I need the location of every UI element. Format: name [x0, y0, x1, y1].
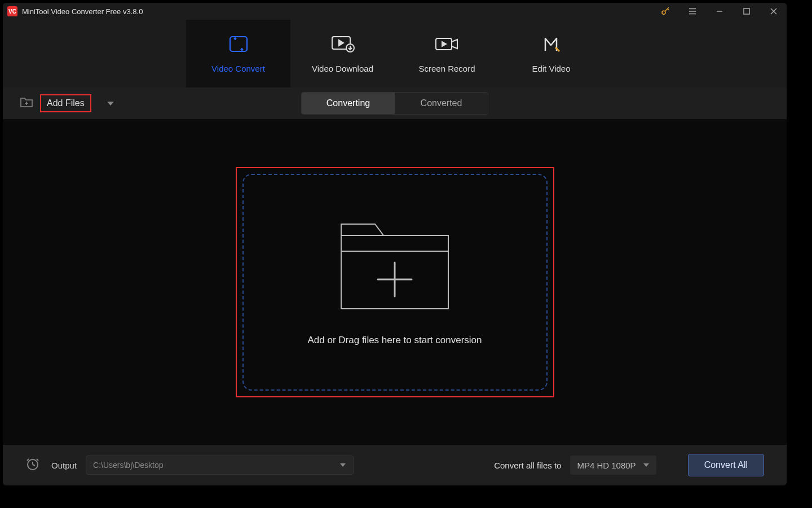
app-logo-icon: VC	[7, 6, 17, 16]
output-format-value: MP4 HD 1080P	[577, 461, 636, 470]
dropzone-hint: Add or Drag files here to start conversi…	[308, 335, 482, 346]
record-icon	[435, 34, 460, 54]
svg-marker-16	[107, 102, 114, 106]
edit-icon	[542, 34, 561, 54]
maximize-button[interactable]	[738, 3, 755, 20]
tab-video-download-label: Video Download	[312, 64, 373, 73]
folder-add-large-icon	[336, 218, 454, 314]
subtab-converting[interactable]: Converting	[302, 93, 395, 114]
download-icon	[331, 34, 355, 54]
close-button[interactable]	[765, 3, 782, 20]
output-path-select[interactable]: C:\Users\bj\Desktop	[86, 456, 354, 475]
hamburger-menu-icon[interactable]	[684, 3, 701, 20]
status-tabs: Converting Converted	[301, 92, 488, 115]
output-path-value: C:\Users\bj\Desktop	[93, 461, 163, 470]
footer-bar: Output C:\Users\bj\Desktop Convert all f…	[3, 445, 787, 485]
window-title: MiniTool Video Converter Free v3.8.0	[22, 7, 143, 16]
tab-edit-video-label: Edit Video	[532, 64, 570, 73]
convert-all-button[interactable]: Convert All	[688, 454, 764, 476]
dropzone[interactable]: Add or Drag files here to start conversi…	[242, 174, 548, 391]
app-window: VC MiniTool Video Converter Free v3.8.0	[3, 3, 787, 485]
main-area: Add or Drag files here to start conversi…	[3, 119, 787, 445]
tab-video-convert[interactable]: Video Convert	[186, 20, 290, 87]
key-icon[interactable]	[657, 3, 674, 20]
window-controls	[657, 3, 782, 20]
clock-icon[interactable]	[25, 457, 40, 474]
main-nav: Video Convert Video Download Screen Reco…	[3, 20, 787, 87]
svg-marker-10	[339, 40, 343, 46]
tab-screen-record-label: Screen Record	[418, 64, 475, 73]
convert-all-label: Convert all files to	[494, 461, 561, 470]
svg-rect-8	[230, 37, 247, 51]
output-format-select[interactable]: MP4 HD 1080P	[570, 456, 656, 475]
output-label: Output	[51, 461, 77, 470]
svg-marker-22	[340, 463, 346, 467]
folder-plus-icon[interactable]	[20, 97, 33, 110]
toolbar: Add Files Converting Converted	[3, 87, 787, 119]
tab-video-convert-label: Video Convert	[211, 64, 265, 73]
titlebar: VC MiniTool Video Converter Free v3.8.0	[3, 3, 787, 20]
chevron-down-icon	[643, 463, 650, 467]
chevron-down-icon	[339, 463, 346, 467]
svg-point-0	[662, 11, 665, 14]
convert-icon	[228, 34, 249, 54]
svg-rect-5	[744, 8, 749, 14]
svg-marker-23	[643, 463, 649, 467]
svg-marker-13	[442, 42, 446, 46]
tab-video-download[interactable]: Video Download	[290, 20, 395, 87]
tab-edit-video[interactable]: Edit Video	[499, 20, 603, 87]
add-files-dropdown[interactable]	[106, 98, 115, 108]
subtab-converted[interactable]: Converted	[395, 93, 488, 114]
add-files-button[interactable]: Add Files	[40, 94, 91, 112]
minimize-button[interactable]	[711, 3, 728, 20]
tab-screen-record[interactable]: Screen Record	[395, 20, 499, 87]
dropzone-highlight: Add or Drag files here to start conversi…	[236, 167, 554, 397]
